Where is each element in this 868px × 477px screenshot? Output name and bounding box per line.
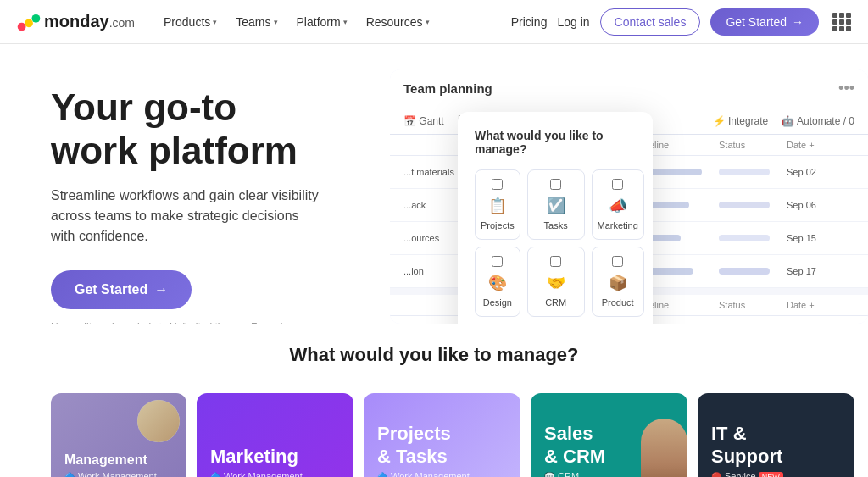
- card-marketing[interactable]: Marketing 🔷 Work Management: [197, 393, 353, 477]
- modal-item-projects[interactable]: 📋 Projects: [475, 169, 520, 240]
- card-title-marketing: Marketing: [210, 446, 340, 468]
- modal-title: What would you like to manage?: [475, 129, 636, 156]
- nav-item-products[interactable]: Products ▾: [155, 10, 225, 34]
- avatar: [137, 400, 180, 442]
- three-dots-icon[interactable]: •••: [838, 80, 854, 97]
- checkbox-crm[interactable]: [550, 256, 561, 267]
- tasks-icon: ☑️: [547, 197, 565, 215]
- chevron-down-icon: ▾: [343, 18, 348, 26]
- hero-subtitle: Streamline workflows and gain clear visi…: [51, 186, 322, 247]
- modal-item-design[interactable]: 🎨 Design: [475, 247, 520, 317]
- card-title-management: Management: [64, 452, 173, 468]
- chevron-down-icon: ▾: [213, 18, 217, 26]
- navbar: monday.com Products ▾ Teams ▾ Platform ▾…: [0, 0, 868, 44]
- checkbox-marketing[interactable]: [612, 179, 623, 190]
- nav-item-platform[interactable]: Platform ▾: [288, 10, 356, 34]
- card-sub-management: 🔷 Work Management: [64, 471, 173, 477]
- dashboard-header: Team planning •••: [390, 69, 868, 108]
- crm-sub-icon: 💬: [544, 472, 554, 478]
- checkbox-tasks[interactable]: [550, 179, 561, 190]
- nav-links: Products ▾ Teams ▾ Platform ▾ Resources …: [155, 10, 438, 34]
- hero-right: Team planning ••• 📅 Gantt 🔲 Kanban + ⚡ I…: [373, 78, 817, 307]
- contact-sales-button[interactable]: Contact sales: [600, 8, 701, 36]
- projects-sub-icon: 🔷: [377, 472, 387, 478]
- nav-item-resources[interactable]: Resources ▾: [358, 10, 438, 34]
- hero-left: Your go-towork platform Streamline workf…: [51, 78, 373, 307]
- chevron-down-icon: ▾: [274, 18, 278, 26]
- logo-com: .com: [109, 16, 135, 30]
- svg-point-1: [25, 19, 33, 27]
- modal-item-crm[interactable]: 🤝 CRM: [527, 247, 585, 317]
- get-started-button[interactable]: Get Started →: [51, 270, 192, 309]
- hero-section: Your go-towork platform Streamline workf…: [0, 44, 868, 324]
- card-it-support[interactable]: IT &Support 🔴 Service NEW: [698, 393, 854, 477]
- tab-gantt[interactable]: 📅 Gantt: [403, 115, 444, 127]
- projects-icon: 📋: [488, 197, 507, 215]
- dashboard-title: Team planning: [403, 81, 492, 96]
- card-projects-tasks[interactable]: Projects& Tasks 🔷 Work Management: [364, 393, 520, 477]
- svg-point-0: [18, 22, 26, 31]
- hero-title: Your go-towork platform: [51, 86, 373, 172]
- nav-right: Pricing Log in Contact sales Get Started…: [511, 8, 851, 36]
- checkbox-product[interactable]: [612, 256, 623, 267]
- card-sales-crm[interactable]: Sales& CRM 💬 CRM: [531, 393, 687, 477]
- cards-row: Management 🔷 Work Management Marketing 🔷…: [0, 393, 868, 477]
- checkbox-projects[interactable]: [492, 179, 503, 190]
- service-icon: 🔴: [711, 472, 721, 478]
- pricing-link[interactable]: Pricing: [511, 15, 548, 29]
- card-management[interactable]: Management 🔷 Work Management: [51, 393, 186, 477]
- hero-note: No credit card needed ✦ Unlimited time o…: [51, 321, 373, 324]
- tab-integrate[interactable]: ⚡ Integrate: [713, 115, 769, 127]
- card-sub-it: 🔴 Service NEW: [711, 471, 841, 477]
- nav-item-teams[interactable]: Teams ▾: [227, 10, 286, 34]
- grid-icon[interactable]: [832, 13, 851, 31]
- manage-modal: What would you like to manage? 📋 Project…: [458, 112, 653, 324]
- modal-grid: 📋 Projects ☑️ Tasks 📣 Marketing 🎨 Design: [475, 169, 636, 324]
- svg-point-2: [32, 14, 41, 22]
- manage-section: What would you like to manage?: [0, 324, 868, 393]
- logo[interactable]: monday.com: [17, 10, 135, 34]
- chevron-down-icon: ▾: [426, 18, 430, 26]
- design-icon: 🎨: [488, 274, 507, 292]
- card-sub-projects: 🔷 Work Management: [377, 471, 507, 477]
- tab-automate[interactable]: 🤖 Automate / 0: [782, 115, 854, 127]
- product-icon: 📦: [609, 274, 627, 292]
- modal-item-marketing[interactable]: 📣 Marketing: [592, 169, 644, 240]
- person-avatar: [641, 419, 687, 477]
- work-management-icon: 🔷: [64, 472, 75, 478]
- marketing-icon: 📣: [609, 197, 627, 215]
- card-sub-marketing: 🔷 Work Management: [210, 471, 340, 477]
- logo-text: monday.com: [44, 12, 135, 31]
- get-started-nav-button[interactable]: Get Started →: [710, 8, 819, 36]
- card-title-projects: Projects& Tasks: [377, 423, 507, 468]
- crm-icon: 🤝: [547, 274, 565, 292]
- login-link[interactable]: Log in: [557, 15, 589, 29]
- card-title-it: IT &Support: [711, 423, 841, 468]
- checkbox-design[interactable]: [492, 256, 503, 267]
- modal-item-product[interactable]: 📦 Product: [592, 247, 644, 317]
- modal-item-tasks[interactable]: ☑️ Tasks: [527, 169, 585, 240]
- marketing-sub-icon: 🔷: [210, 472, 220, 478]
- section-title: What would you like to manage?: [51, 344, 817, 366]
